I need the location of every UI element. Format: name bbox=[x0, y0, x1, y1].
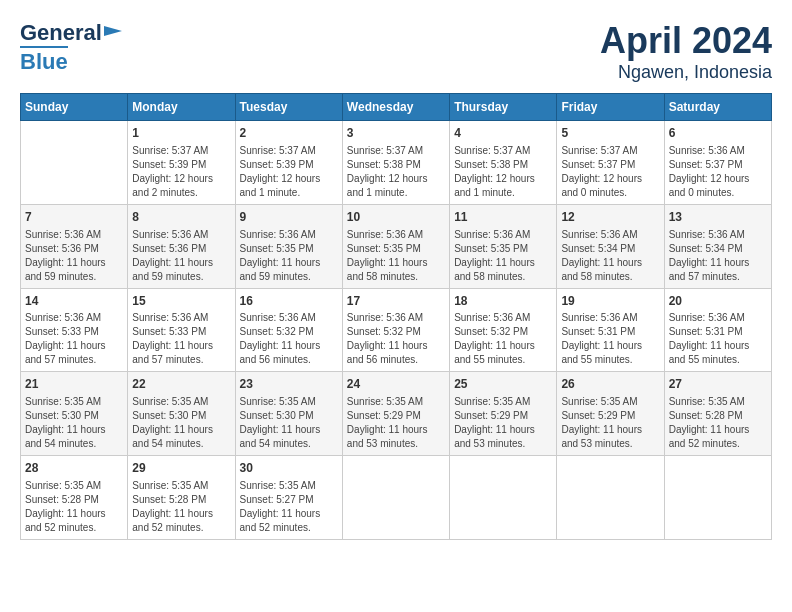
day-info: Sunrise: 5:36 AMSunset: 5:35 PMDaylight:… bbox=[347, 228, 445, 284]
day-info: Sunrise: 5:35 AMSunset: 5:29 PMDaylight:… bbox=[454, 395, 552, 451]
logo: General Blue bbox=[20, 20, 122, 75]
day-number: 28 bbox=[25, 460, 123, 477]
day-cell bbox=[664, 456, 771, 540]
day-cell: 19Sunrise: 5:36 AMSunset: 5:31 PMDayligh… bbox=[557, 288, 664, 372]
day-info: Sunrise: 5:35 AMSunset: 5:30 PMDaylight:… bbox=[25, 395, 123, 451]
day-cell: 7Sunrise: 5:36 AMSunset: 5:36 PMDaylight… bbox=[21, 204, 128, 288]
day-info: Sunrise: 5:36 AMSunset: 5:33 PMDaylight:… bbox=[25, 311, 123, 367]
day-cell: 14Sunrise: 5:36 AMSunset: 5:33 PMDayligh… bbox=[21, 288, 128, 372]
header-row: Sunday Monday Tuesday Wednesday Thursday… bbox=[21, 94, 772, 121]
day-info: Sunrise: 5:35 AMSunset: 5:29 PMDaylight:… bbox=[347, 395, 445, 451]
day-cell: 6Sunrise: 5:36 AMSunset: 5:37 PMDaylight… bbox=[664, 121, 771, 205]
day-number: 8 bbox=[132, 209, 230, 226]
calendar-header: Sunday Monday Tuesday Wednesday Thursday… bbox=[21, 94, 772, 121]
day-info: Sunrise: 5:37 AMSunset: 5:38 PMDaylight:… bbox=[454, 144, 552, 200]
col-sunday: Sunday bbox=[21, 94, 128, 121]
day-number: 20 bbox=[669, 293, 767, 310]
day-cell: 15Sunrise: 5:36 AMSunset: 5:33 PMDayligh… bbox=[128, 288, 235, 372]
day-cell: 5Sunrise: 5:37 AMSunset: 5:37 PMDaylight… bbox=[557, 121, 664, 205]
day-number: 27 bbox=[669, 376, 767, 393]
day-number: 19 bbox=[561, 293, 659, 310]
day-number: 18 bbox=[454, 293, 552, 310]
day-cell: 3Sunrise: 5:37 AMSunset: 5:38 PMDaylight… bbox=[342, 121, 449, 205]
day-number: 5 bbox=[561, 125, 659, 142]
calendar-title: April 2024 bbox=[600, 20, 772, 62]
col-saturday: Saturday bbox=[664, 94, 771, 121]
day-cell: 16Sunrise: 5:36 AMSunset: 5:32 PMDayligh… bbox=[235, 288, 342, 372]
day-cell bbox=[450, 456, 557, 540]
day-number: 4 bbox=[454, 125, 552, 142]
day-info: Sunrise: 5:37 AMSunset: 5:39 PMDaylight:… bbox=[240, 144, 338, 200]
day-info: Sunrise: 5:35 AMSunset: 5:28 PMDaylight:… bbox=[669, 395, 767, 451]
day-info: Sunrise: 5:35 AMSunset: 5:28 PMDaylight:… bbox=[25, 479, 123, 535]
day-info: Sunrise: 5:36 AMSunset: 5:33 PMDaylight:… bbox=[132, 311, 230, 367]
day-cell bbox=[21, 121, 128, 205]
day-number: 21 bbox=[25, 376, 123, 393]
day-number: 12 bbox=[561, 209, 659, 226]
day-number: 3 bbox=[347, 125, 445, 142]
day-cell: 17Sunrise: 5:36 AMSunset: 5:32 PMDayligh… bbox=[342, 288, 449, 372]
calendar-body: 1Sunrise: 5:37 AMSunset: 5:39 PMDaylight… bbox=[21, 121, 772, 540]
day-cell: 21Sunrise: 5:35 AMSunset: 5:30 PMDayligh… bbox=[21, 372, 128, 456]
day-cell: 1Sunrise: 5:37 AMSunset: 5:39 PMDaylight… bbox=[128, 121, 235, 205]
day-number: 23 bbox=[240, 376, 338, 393]
day-number: 24 bbox=[347, 376, 445, 393]
day-number: 2 bbox=[240, 125, 338, 142]
day-cell: 26Sunrise: 5:35 AMSunset: 5:29 PMDayligh… bbox=[557, 372, 664, 456]
calendar-table: Sunday Monday Tuesday Wednesday Thursday… bbox=[20, 93, 772, 540]
day-info: Sunrise: 5:35 AMSunset: 5:27 PMDaylight:… bbox=[240, 479, 338, 535]
day-cell: 11Sunrise: 5:36 AMSunset: 5:35 PMDayligh… bbox=[450, 204, 557, 288]
day-cell: 25Sunrise: 5:35 AMSunset: 5:29 PMDayligh… bbox=[450, 372, 557, 456]
day-info: Sunrise: 5:35 AMSunset: 5:30 PMDaylight:… bbox=[240, 395, 338, 451]
day-info: Sunrise: 5:36 AMSunset: 5:36 PMDaylight:… bbox=[25, 228, 123, 284]
logo-blue: Blue bbox=[20, 46, 68, 75]
day-number: 9 bbox=[240, 209, 338, 226]
day-cell: 8Sunrise: 5:36 AMSunset: 5:36 PMDaylight… bbox=[128, 204, 235, 288]
col-wednesday: Wednesday bbox=[342, 94, 449, 121]
day-info: Sunrise: 5:35 AMSunset: 5:28 PMDaylight:… bbox=[132, 479, 230, 535]
week-row-1: 1Sunrise: 5:37 AMSunset: 5:39 PMDaylight… bbox=[21, 121, 772, 205]
day-cell: 4Sunrise: 5:37 AMSunset: 5:38 PMDaylight… bbox=[450, 121, 557, 205]
day-info: Sunrise: 5:36 AMSunset: 5:34 PMDaylight:… bbox=[669, 228, 767, 284]
day-number: 6 bbox=[669, 125, 767, 142]
svg-marker-0 bbox=[104, 26, 122, 36]
day-cell: 27Sunrise: 5:35 AMSunset: 5:28 PMDayligh… bbox=[664, 372, 771, 456]
day-info: Sunrise: 5:37 AMSunset: 5:38 PMDaylight:… bbox=[347, 144, 445, 200]
day-info: Sunrise: 5:36 AMSunset: 5:32 PMDaylight:… bbox=[347, 311, 445, 367]
title-block: April 2024 Ngawen, Indonesia bbox=[600, 20, 772, 83]
calendar-subtitle: Ngawen, Indonesia bbox=[600, 62, 772, 83]
logo-general: General bbox=[20, 20, 102, 46]
day-cell: 12Sunrise: 5:36 AMSunset: 5:34 PMDayligh… bbox=[557, 204, 664, 288]
day-cell: 9Sunrise: 5:36 AMSunset: 5:35 PMDaylight… bbox=[235, 204, 342, 288]
logo-bird-icon bbox=[104, 22, 122, 40]
day-number: 22 bbox=[132, 376, 230, 393]
day-cell: 30Sunrise: 5:35 AMSunset: 5:27 PMDayligh… bbox=[235, 456, 342, 540]
col-friday: Friday bbox=[557, 94, 664, 121]
day-info: Sunrise: 5:35 AMSunset: 5:29 PMDaylight:… bbox=[561, 395, 659, 451]
day-cell: 29Sunrise: 5:35 AMSunset: 5:28 PMDayligh… bbox=[128, 456, 235, 540]
day-number: 14 bbox=[25, 293, 123, 310]
week-row-5: 28Sunrise: 5:35 AMSunset: 5:28 PMDayligh… bbox=[21, 456, 772, 540]
day-info: Sunrise: 5:36 AMSunset: 5:35 PMDaylight:… bbox=[240, 228, 338, 284]
day-cell: 23Sunrise: 5:35 AMSunset: 5:30 PMDayligh… bbox=[235, 372, 342, 456]
day-info: Sunrise: 5:37 AMSunset: 5:39 PMDaylight:… bbox=[132, 144, 230, 200]
day-info: Sunrise: 5:36 AMSunset: 5:31 PMDaylight:… bbox=[669, 311, 767, 367]
day-number: 15 bbox=[132, 293, 230, 310]
day-info: Sunrise: 5:36 AMSunset: 5:32 PMDaylight:… bbox=[240, 311, 338, 367]
day-number: 13 bbox=[669, 209, 767, 226]
day-cell: 13Sunrise: 5:36 AMSunset: 5:34 PMDayligh… bbox=[664, 204, 771, 288]
day-info: Sunrise: 5:36 AMSunset: 5:36 PMDaylight:… bbox=[132, 228, 230, 284]
week-row-2: 7Sunrise: 5:36 AMSunset: 5:36 PMDaylight… bbox=[21, 204, 772, 288]
week-row-3: 14Sunrise: 5:36 AMSunset: 5:33 PMDayligh… bbox=[21, 288, 772, 372]
day-info: Sunrise: 5:36 AMSunset: 5:35 PMDaylight:… bbox=[454, 228, 552, 284]
day-info: Sunrise: 5:36 AMSunset: 5:37 PMDaylight:… bbox=[669, 144, 767, 200]
day-cell: 24Sunrise: 5:35 AMSunset: 5:29 PMDayligh… bbox=[342, 372, 449, 456]
day-cell: 22Sunrise: 5:35 AMSunset: 5:30 PMDayligh… bbox=[128, 372, 235, 456]
col-tuesday: Tuesday bbox=[235, 94, 342, 121]
col-monday: Monday bbox=[128, 94, 235, 121]
day-number: 29 bbox=[132, 460, 230, 477]
day-info: Sunrise: 5:36 AMSunset: 5:31 PMDaylight:… bbox=[561, 311, 659, 367]
day-number: 11 bbox=[454, 209, 552, 226]
day-cell bbox=[342, 456, 449, 540]
day-cell bbox=[557, 456, 664, 540]
